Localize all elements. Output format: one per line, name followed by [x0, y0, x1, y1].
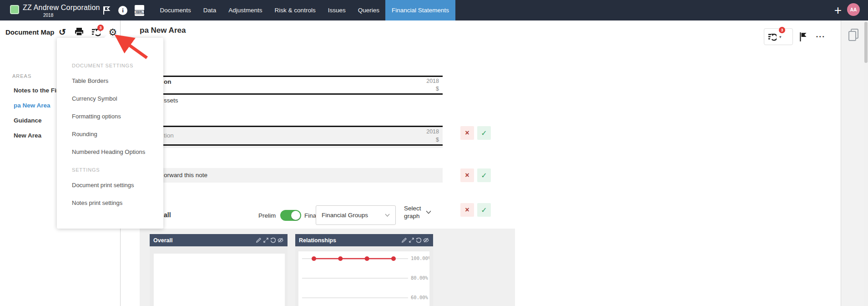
expand-icon[interactable] — [408, 237, 415, 244]
print-icon[interactable] — [74, 27, 84, 37]
nav-documents[interactable]: Documents — [154, 0, 197, 20]
company-name: ZZ Andrew Corporation — [23, 4, 100, 12]
overall-plot-area — [154, 254, 285, 306]
prelim-label: Prelim — [258, 212, 276, 219]
table2-caption-fragment: tion — [164, 132, 174, 139]
table2-year-header: 2018 — [384, 128, 439, 135]
table1-row-fragment: ssets — [164, 97, 178, 104]
nav-adjustments[interactable]: Adjustments — [222, 0, 268, 20]
menu-item-formatting-options[interactable]: Formatting options — [57, 107, 163, 125]
menu-header-document-settings: DOCUMENT SETTINGS — [57, 59, 163, 72]
pages-icon[interactable] — [848, 28, 859, 44]
table2-currency-header: $ — [384, 137, 439, 143]
accept-button-graph[interactable]: ✓ — [477, 203, 491, 217]
table1-year-header: 2018 — [384, 78, 439, 84]
rollforward-badge: 3 — [97, 25, 104, 31]
select-graph-line2: graph — [404, 212, 421, 220]
expand-icon[interactable] — [262, 237, 269, 244]
flag-icon-content[interactable] — [799, 32, 808, 44]
menu-item-notes-print-settings[interactable]: Notes print settings — [57, 194, 163, 212]
eye-off-icon[interactable] — [277, 237, 284, 244]
rollforward-icon[interactable]: 3 — [91, 27, 101, 37]
sidebar-item-pa-new-area[interactable]: pa New Area — [14, 102, 64, 117]
note-row-fragment: orward this note — [164, 172, 207, 178]
accept-button-table2[interactable]: ✓ — [477, 126, 491, 140]
flag-icon[interactable] — [101, 0, 112, 20]
relationships-plot-area: 100.00%80.00%60.00% — [298, 251, 429, 306]
reject-button-note[interactable]: × — [460, 168, 474, 182]
table1-bottom-border — [140, 93, 443, 95]
reject-button-table2[interactable]: × — [460, 126, 474, 140]
primary-nav: DocumentsDataAdjustmentsRisk & controlsI… — [154, 0, 455, 20]
nav-financial-statements[interactable]: Financial Statements — [385, 0, 455, 20]
select-graph-dropdown[interactable]: Select graph — [404, 204, 431, 220]
top-bar: ZZ Andrew Corporation 2018 i XBRL Docume… — [0, 0, 868, 20]
sidebar-item-notes-to-the-fina[interactable]: Notes to the Fina — [14, 87, 64, 102]
prelim-final-toggle[interactable] — [280, 210, 301, 221]
table2-top-border — [140, 126, 443, 127]
financial-groups-value: Financial Groups — [322, 212, 385, 219]
graph-row-label-fragment: all — [164, 211, 171, 219]
chevron-down-icon: ▾ — [779, 35, 782, 39]
data-point — [365, 256, 369, 261]
data-point — [391, 256, 396, 261]
nav-issues[interactable]: Issues — [322, 0, 352, 20]
financial-groups-select[interactable]: Financial Groups — [316, 205, 396, 225]
table1-caption-fragment: on — [164, 78, 172, 85]
relationships-chart-panel: Relationships 100.00%80.00%60.00% — [295, 234, 433, 306]
nav-risk-controls[interactable]: Risk & controls — [268, 0, 322, 20]
document-map-title: Document Map — [5, 28, 55, 36]
info-icon[interactable]: i — [117, 0, 128, 20]
relationships-line-series — [298, 251, 429, 306]
page-title: pa New Area — [140, 26, 186, 35]
more-options-button[interactable]: ••• — [816, 34, 826, 39]
data-point — [312, 256, 316, 261]
document-settings-menu: DOCUMENT SETTINGSTable BordersCurrency S… — [57, 38, 163, 229]
add-button[interactable]: + — [832, 1, 844, 20]
user-avatar[interactable]: AA — [847, 3, 860, 16]
menu-item-rounding[interactable]: Rounding — [57, 125, 163, 143]
table1-currency-header: $ — [384, 86, 439, 92]
scrollbar[interactable] — [864, 20, 868, 306]
reset-icon[interactable] — [415, 237, 422, 244]
select-graph-line1: Select — [404, 204, 421, 212]
company-logo — [10, 5, 19, 14]
data-point — [338, 256, 343, 261]
accept-button-note[interactable]: ✓ — [477, 168, 491, 182]
menu-item-document-print-settings[interactable]: Document print settings — [57, 176, 163, 194]
menu-header-settings: SETTINGS — [57, 163, 163, 176]
nav-queries[interactable]: Queries — [352, 0, 385, 20]
areas-section-header: AREAS — [12, 73, 31, 79]
chevron-down-icon — [426, 210, 431, 214]
history-icon[interactable]: ↺ — [57, 27, 67, 37]
xbrl-document-icon[interactable]: XBRL — [134, 0, 145, 20]
charts-canvas: Overall Relationships 100.00%80.00%60.00… — [140, 229, 515, 306]
relationships-chart-title: Relationships — [299, 237, 400, 244]
reject-button-graph[interactable]: × — [460, 203, 474, 217]
menu-item-table-borders[interactable]: Table Borders — [57, 72, 163, 90]
sidebar-item-guidance[interactable]: Guidance — [14, 117, 64, 132]
table2-bottom-border — [140, 144, 443, 146]
table1-top-border — [140, 76, 443, 77]
edit-icon[interactable] — [255, 237, 262, 244]
overall-chart-panel: Overall — [150, 234, 288, 306]
reset-icon[interactable] — [269, 237, 277, 244]
menu-item-currency-symbol[interactable]: Currency Symbol — [57, 90, 163, 107]
overall-chart-title: Overall — [153, 237, 255, 244]
scrollbar-thumb[interactable] — [864, 22, 868, 63]
edit-icon[interactable] — [400, 237, 408, 244]
rollforward-button-badge: 3 — [779, 27, 785, 33]
engagement-year: 2018 — [43, 13, 53, 18]
toggle-knob — [291, 211, 300, 220]
chevron-down-icon — [385, 214, 390, 217]
rollforward-button[interactable]: 3 ▾ — [764, 28, 793, 45]
nav-data[interactable]: Data — [197, 0, 222, 20]
eye-off-icon[interactable] — [422, 237, 429, 244]
menu-item-numbered-heading-options[interactable]: Numbered Heading Options — [57, 143, 163, 161]
sidebar-item-new-area[interactable]: New Area — [14, 132, 64, 147]
